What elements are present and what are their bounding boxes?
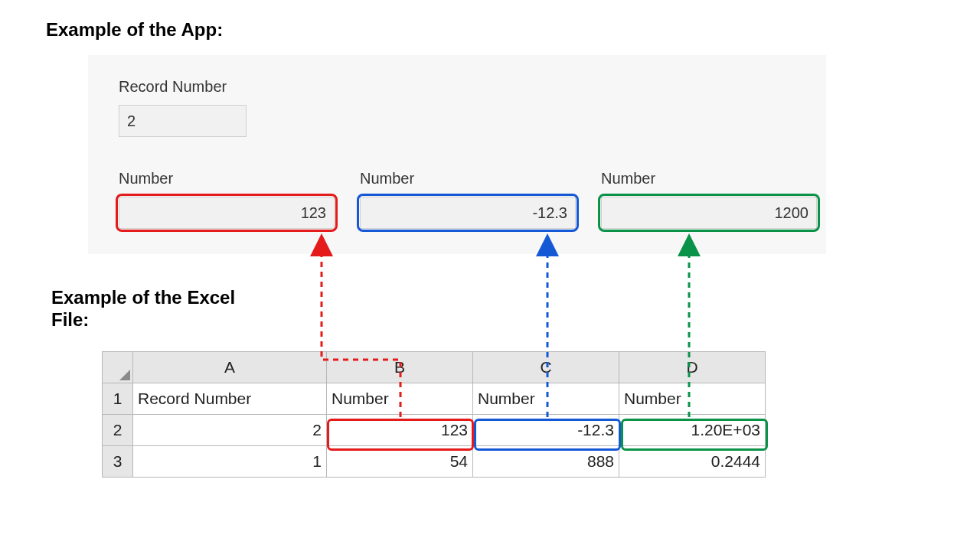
heading-excel: Example of the Excel File:: [51, 287, 250, 331]
highlight-excel-green: [621, 419, 768, 451]
number-label-1: Number: [119, 170, 173, 187]
excel-row-head[interactable]: 3: [103, 446, 133, 478]
excel-col-A[interactable]: A: [133, 352, 327, 383]
excel-col-D[interactable]: D: [619, 352, 766, 383]
app-panel: Record Number 2 Number 123 Number -12.3 …: [88, 55, 826, 254]
record-number-value: 2: [127, 112, 136, 130]
highlight-excel-red: [327, 419, 474, 451]
excel-col-C[interactable]: C: [473, 352, 619, 383]
highlight-excel-blue: [474, 419, 621, 451]
excel-cell[interactable]: Number: [619, 383, 766, 415]
excel-row-head[interactable]: 1: [103, 383, 133, 415]
excel-row-head[interactable]: 2: [103, 415, 133, 446]
excel-row: 1 Record Number Number Number Number: [103, 383, 766, 415]
excel-cell[interactable]: Number: [473, 383, 619, 415]
excel-corner: [103, 352, 133, 383]
number-label-2: Number: [360, 170, 414, 187]
highlight-app-blue: [357, 194, 579, 232]
record-number-field[interactable]: 2: [119, 105, 247, 137]
excel-cell[interactable]: 2: [133, 415, 327, 446]
record-number-label: Record Number: [119, 78, 227, 96]
number-label-3: Number: [601, 170, 655, 187]
excel-cell[interactable]: Number: [327, 383, 473, 415]
heading-app: Example of the App:: [46, 19, 223, 41]
excel-grid: A B C D 1 Record Number Number Number Nu…: [102, 351, 766, 478]
excel-col-B[interactable]: B: [327, 352, 473, 383]
excel-cell[interactable]: 1: [133, 446, 327, 478]
highlight-app-green: [598, 194, 820, 232]
excel-cell[interactable]: Record Number: [133, 383, 327, 415]
highlight-app-red: [116, 194, 338, 232]
